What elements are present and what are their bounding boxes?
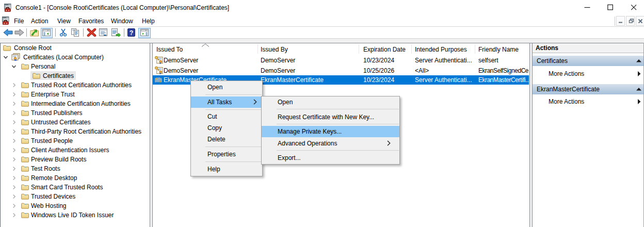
svg-text:?: ? [130, 29, 134, 37]
